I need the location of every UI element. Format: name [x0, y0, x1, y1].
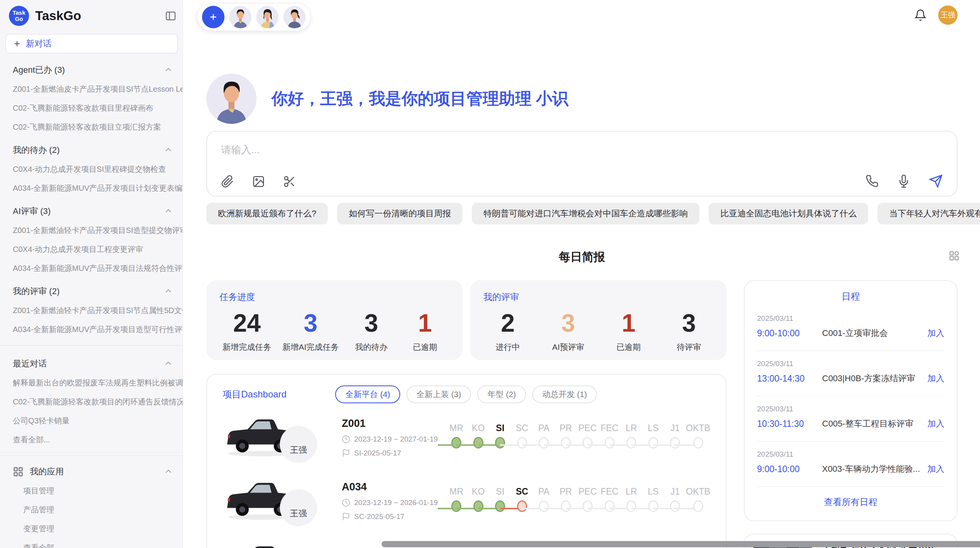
- conversation-item[interactable]: C02-飞腾新能源轻客改款项目里程碑画布: [0, 99, 183, 118]
- schedule-time: 10:30-11:30: [757, 419, 822, 429]
- milestone: SC: [511, 486, 533, 517]
- milestone-label: PR: [555, 486, 576, 500]
- recent-section-header[interactable]: 最近对话: [0, 353, 183, 373]
- chat-input[interactable]: 请输入...: [206, 131, 958, 197]
- view-all-conversations-link[interactable]: 查看全部...: [0, 430, 183, 449]
- milestone-label: SI: [489, 486, 511, 500]
- schedule-title: 日程: [756, 290, 945, 306]
- conversation-item[interactable]: Z001-全新燃油皮卡产品开发项目SI节点Lesson Learn报告: [0, 80, 183, 99]
- join-meeting-link[interactable]: 加入: [927, 373, 944, 384]
- milestone-node: [495, 500, 505, 512]
- suggestion-chip[interactable]: 如何写一份清晰的项目周报: [337, 203, 463, 224]
- app-item[interactable]: 项目管理: [0, 481, 183, 500]
- chevron-up-icon[interactable]: [163, 359, 173, 369]
- dashboard-filter[interactable]: 全新平台 (4): [335, 385, 400, 403]
- join-meeting-link[interactable]: 加入: [927, 327, 944, 339]
- section-title: AI评审 (3): [13, 206, 51, 217]
- user-avatar[interactable]: 王强: [938, 5, 958, 25]
- milestone: J1: [664, 423, 686, 454]
- grid-apps-icon[interactable]: [948, 250, 960, 262]
- recent-conversation-item[interactable]: 公司Q3轻卡销量: [0, 411, 183, 430]
- project-row[interactable]: 王强 A034 2023-12-19 ~ 2026-01-19 SC-2025-…: [223, 471, 710, 530]
- stat-label: 新增完成任务: [223, 342, 271, 353]
- sidebar-section-header[interactable]: AI评审 (3): [0, 201, 183, 221]
- chevron-up-icon[interactable]: [163, 145, 173, 155]
- avatar[interactable]: [283, 6, 306, 28]
- stat-label: 待评审: [668, 342, 710, 353]
- conversation-item[interactable]: C0X4-动力总成开发项目工程变更评审: [0, 240, 183, 259]
- suggestion-chip[interactable]: 特朗普可能对进口汽车增税会对中国车企造成哪些影响: [472, 203, 699, 224]
- recent-conversation-item[interactable]: 解释最新出台的欧盟报废车法规再生塑料比例被调至15%...: [0, 373, 183, 392]
- conversation-item[interactable]: C0X4-动力总成开发项目SI里程碑提交物检查: [0, 160, 183, 179]
- conversation-item[interactable]: A034-全新新能源MUV产品开发项目法规符合性评审: [0, 259, 183, 278]
- right-column: 日程 2025/03/11 9:00-10:00 C001-立项审批会 加入 2…: [744, 280, 958, 548]
- milestone-label: OKTB: [686, 423, 710, 437]
- avatar[interactable]: [229, 6, 252, 28]
- sidebar-section-header[interactable]: Agent已办 (3): [0, 60, 183, 80]
- suggestion-chip[interactable]: 比亚迪全固态电池计划具体说了什么: [709, 203, 868, 224]
- join-meeting-link[interactable]: 加入: [927, 463, 944, 475]
- chevron-up-icon[interactable]: [163, 467, 173, 477]
- briefing-card-label: 我的评审: [483, 291, 713, 303]
- chevron-up-icon[interactable]: [163, 206, 173, 216]
- conversation-item[interactable]: Z001-全新燃油轻卡产品开发项目SI造型提交物评审: [0, 221, 183, 240]
- milestone-node: [495, 437, 505, 449]
- stat-value: 3: [350, 308, 392, 338]
- milestone-node: [626, 500, 636, 512]
- recent-conversation-item[interactable]: C02-飞腾新能源轻客改款项目的闭环通告反馈情况: [0, 392, 183, 411]
- stat-value: 3: [283, 308, 339, 338]
- stat: 1 已逾期: [607, 308, 650, 353]
- image-icon[interactable]: [252, 175, 265, 188]
- stat-label: 新增AI完成任务: [283, 342, 339, 353]
- paperclip-icon[interactable]: [221, 175, 234, 188]
- milestone: PA: [533, 423, 555, 454]
- dashboard-header: 项目Dashboard 全新平台 (4)全新上装 (3)年型 (2)动总开发 (…: [223, 385, 710, 403]
- avatar[interactable]: [256, 6, 279, 28]
- flag-icon: [342, 512, 350, 521]
- conversation-item[interactable]: Z001-全新燃油轻卡产品开发项目SI节点属性5D文件评审: [0, 301, 183, 320]
- app-item[interactable]: 变更管理: [0, 519, 183, 538]
- stat: 2 进行中: [487, 308, 529, 353]
- join-meeting-link[interactable]: 加入: [927, 418, 944, 430]
- bell-icon[interactable]: [914, 9, 927, 21]
- mic-icon[interactable]: [897, 175, 910, 188]
- conversation-item[interactable]: A034-全新新能源MUV产品开发项目计划变更表编写: [0, 179, 183, 198]
- phone-icon[interactable]: [865, 175, 879, 188]
- stat-label: AI预评审: [547, 342, 589, 353]
- stat-value: 1: [607, 308, 650, 338]
- my-apps-header[interactable]: 我的应用: [0, 461, 183, 481]
- add-session-button[interactable]: [202, 6, 224, 28]
- dashboard-filter[interactable]: 年型 (2): [477, 385, 526, 403]
- app-item[interactable]: 产品管理: [0, 500, 183, 519]
- conversation-item[interactable]: C02-飞腾新能源轻客改款项目立项汇报方案: [0, 118, 183, 137]
- horizontal-scrollbar-thumb[interactable]: [382, 541, 980, 547]
- milestone-label: PR: [555, 423, 576, 437]
- dashboard-filter[interactable]: 全新上装 (3): [406, 385, 471, 403]
- milestone-timeline: MR KO SI SC PA PR PEC FEC LR LS: [445, 421, 710, 454]
- project-visual: 王强: [223, 408, 342, 467]
- chevron-up-icon[interactable]: [163, 286, 173, 296]
- suggestion-chip[interactable]: 欧洲新规最近颁布了什么?: [206, 203, 328, 224]
- milestone-node: [539, 500, 549, 512]
- milestone-label: PEC: [577, 423, 598, 437]
- project-row[interactable]: 王强 Z001 2023-12-19 ~ 2027-01-19 SI-2025-…: [223, 408, 710, 467]
- new-chat-button[interactable]: 新对话: [5, 34, 178, 53]
- project-name: A034: [342, 481, 445, 493]
- sidebar-section-header[interactable]: 我的评审 (2): [0, 281, 183, 301]
- scissors-icon[interactable]: [283, 175, 296, 188]
- paper-plane-icon[interactable]: [929, 174, 943, 188]
- dashboard-filter[interactable]: 动总开发 (1): [532, 385, 597, 403]
- chevron-up-icon[interactable]: [163, 65, 173, 75]
- conversation-item[interactable]: A034-全新新能源MUV产品开发项目造型可行性评审: [0, 320, 183, 339]
- view-all-schedule-link[interactable]: 查看所有日程: [756, 487, 945, 515]
- view-all-apps-link[interactable]: 查看全部...: [0, 538, 183, 548]
- milestone-label: LS: [642, 423, 664, 437]
- horizontal-scrollbar-track[interactable]: [382, 541, 975, 547]
- suggestion-chip[interactable]: 当下年轻人对汽车外观有怎样的喜好趋势: [877, 203, 980, 224]
- stat-value: 3: [547, 308, 589, 338]
- schedule-name: C003|H0B-方案冻结评审: [822, 373, 923, 384]
- panel-collapse-icon[interactable]: [165, 10, 176, 22]
- stat-label: 进行中: [487, 342, 529, 353]
- sidebar-section-header[interactable]: 我的待办 (2): [0, 140, 183, 160]
- dashboard-title: 项目Dashboard: [223, 388, 286, 401]
